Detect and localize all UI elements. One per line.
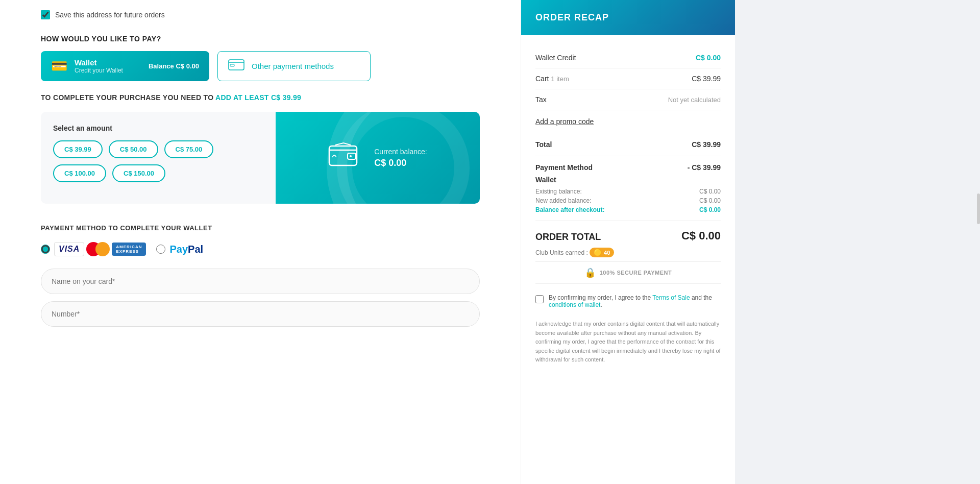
wallet-preview-icon [328,142,359,174]
total-value: C$ 39.99 [692,140,721,149]
conditions-link[interactable]: conditions of wallet [549,301,600,308]
radio-paypal[interactable] [156,245,165,254]
svg-point-5 [350,155,352,157]
amount-btn-3[interactable]: C$ 75.00 [164,140,214,158]
pm-existing-balance: Existing balance: C$ 0.00 [535,188,721,195]
amount-wallet-container: Select an amount C$ 39.99 C$ 50.00 C$ 75… [41,112,480,204]
order-total-value: C$ 0.00 [681,229,721,243]
wallet-credit-row: Wallet Credit C$ 0.00 [535,47,721,68]
disclaimer-text: I acknowledge that my order contains dig… [535,320,721,365]
terms-of-sale-link[interactable]: Terms of Sale [652,294,690,301]
purchase-warning: TO COMPLETE YOUR PURCHASE YOU NEED TO AD… [41,93,480,102]
payment-method-section-title: PAYMENT METHOD TO COMPLETE YOUR WALLET [41,224,480,232]
amex-logo: AMERICAN EXPRESS [112,243,146,256]
card-logos: VISA AMERICAN EXPRESS [54,242,146,256]
wallet-balance-value: C$ 0.00 [176,62,199,70]
pm-new-balance: New added balance: C$ 0.00 [535,197,721,204]
pm-label: Payment Method [535,163,593,172]
wallet-preview: Current balance: C$ 0.00 [276,112,480,204]
shield-icon: 🔒 [584,267,596,278]
order-total-label: ORDER TOTAL [535,232,601,243]
save-address-label: Save this address for future orders [55,11,165,19]
other-payment-label: Other payment methods [252,62,334,70]
terms-checkbox[interactable] [535,295,544,303]
cart-item-count: 1 item [551,75,569,83]
card-icon [228,59,244,74]
pm-balance-after: Balance after checkout: C$ 0.00 [535,206,721,213]
promo-code-link[interactable]: Add a promo code [535,110,721,133]
wallet-balance-label: Balance [149,62,174,70]
order-total-row: ORDER TOTAL C$ 0.00 [535,221,721,248]
club-units-badge: 🟡 40 [590,248,614,257]
club-units: Club Units earned : 🟡 40 [535,248,721,257]
card-number-input[interactable] [41,301,480,327]
amount-selector-title: Select an amount [53,124,263,132]
amount-buttons: C$ 39.99 C$ 50.00 C$ 75.00 C$ 100.00 C$ … [53,140,263,182]
wallet-balance-info: Current balance: C$ 0.00 [374,148,427,168]
tax-label: Tax [535,95,547,104]
wallet-balance-preview-label: Current balance: [374,148,427,156]
wallet-subtitle: Credit your Wallet [75,67,141,74]
secure-payment: 🔒 100% SECURE PAYMENT [535,261,721,284]
svg-rect-0 [229,60,244,70]
payment-section-title: HOW WOULD YOU LIKE TO PAY? [41,35,480,43]
tax-value: Not yet calculated [668,96,721,104]
cart-value: C$ 39.99 [692,75,721,83]
svg-rect-2 [230,64,234,66]
wallet-credit-value: C$ 0.00 [696,54,721,62]
other-payment-option[interactable]: Other payment methods [217,51,371,81]
wallet-text: Wallet Credit your Wallet [75,58,141,74]
terms-row: By confirming my order, I agree to the T… [535,288,721,314]
total-label: Total [535,140,552,149]
wallet-name: Wallet [75,58,141,67]
amount-selector: Select an amount C$ 39.99 C$ 50.00 C$ 75… [41,112,276,204]
mc-circle-yellow [95,242,110,256]
mastercard-logo [86,242,110,256]
amount-btn-4[interactable]: C$ 100.00 [53,164,106,182]
total-row: Total C$ 39.99 [535,133,721,156]
recap-body: Wallet Credit C$ 0.00 Cart 1 item C$ 39.… [521,35,735,377]
card-option-paypal: PayPal [156,244,203,255]
scrollbar[interactable] [977,193,980,224]
pm-header: Payment Method - C$ 39.99 [535,163,721,172]
amount-btn-2[interactable]: C$ 50.00 [109,140,158,158]
card-option-cards: VISA AMERICAN EXPRESS [41,242,146,256]
card-options: VISA AMERICAN EXPRESS PayPal [41,242,480,256]
pm-value: - C$ 39.99 [688,163,721,172]
pm-wallet-label: Wallet [535,176,721,184]
recap-title: ORDER RECAP [535,12,721,23]
cart-label: Cart 1 item [535,75,569,83]
wallet-icon: 💳 [51,58,67,74]
amount-btn-5[interactable]: C$ 150.00 [112,164,165,182]
save-address-checkbox[interactable] [41,10,50,19]
visa-logo: VISA [54,242,84,256]
terms-text: By confirming my order, I agree to the T… [549,294,721,308]
secure-text: 100% SECURE PAYMENT [600,270,672,276]
save-address-row: Save this address for future orders [41,10,480,19]
wallet-payment-option[interactable]: 💳 Wallet Credit your Wallet Balance C$ 0… [41,51,209,81]
recap-header: ORDER RECAP [521,0,735,35]
radio-cards[interactable] [41,245,50,254]
cart-row: Cart 1 item C$ 39.99 [535,68,721,89]
wallet-balance: Balance C$ 0.00 [149,62,199,70]
wallet-credit-label: Wallet Credit [535,54,576,62]
card-name-input[interactable] [41,269,480,294]
wallet-balance-preview-amount: C$ 0.00 [374,158,427,168]
order-recap-panel: ORDER RECAP Wallet Credit C$ 0.00 Cart 1… [521,0,735,484]
payment-method-recap: Payment Method - C$ 39.99 Wallet Existin… [535,156,721,221]
amount-btn-1[interactable]: C$ 39.99 [53,140,103,158]
payment-options: 💳 Wallet Credit your Wallet Balance C$ 0… [41,51,480,81]
tax-row: Tax Not yet calculated [535,89,721,110]
paypal-logo: PayPal [169,244,203,255]
